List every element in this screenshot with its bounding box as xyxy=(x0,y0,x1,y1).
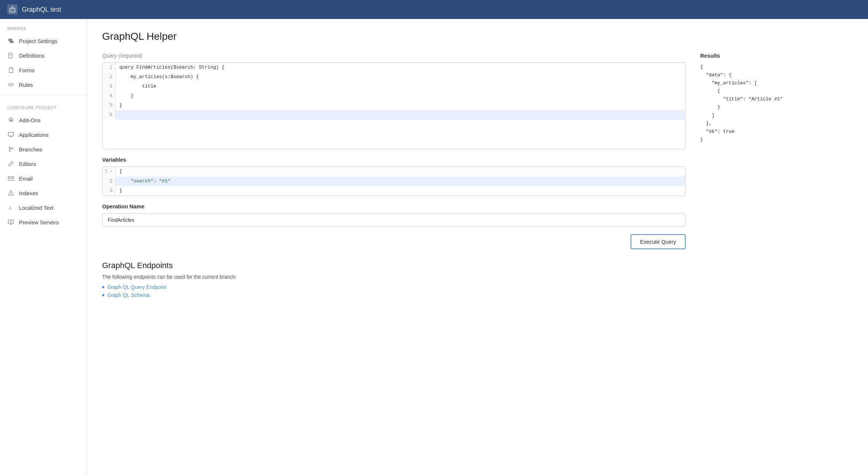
sidebar-item-email[interactable]: Email xyxy=(0,171,87,186)
settings-icon xyxy=(7,37,15,45)
svg-rect-19 xyxy=(8,220,13,224)
line-content-4: } xyxy=(116,91,137,101)
sidebar-item-editors[interactable]: Editors xyxy=(0,157,87,171)
bullet-icon-1 xyxy=(102,286,104,288)
var-content-1: { xyxy=(116,167,126,176)
svg-point-11 xyxy=(9,150,11,152)
operation-name-input[interactable] xyxy=(102,213,686,227)
endpoint-link-2[interactable]: Graph QL Schema xyxy=(107,292,150,298)
line-num-1: 1 xyxy=(102,63,116,72)
query-editor[interactable]: 1 query FindArticles($search: String) { … xyxy=(102,62,686,149)
sidebar-item-forms[interactable]: Forms xyxy=(0,63,87,77)
sidebar-item-indexes-label: Indexes xyxy=(19,190,38,196)
query-line-2: 2 my_articles(s:$search) { xyxy=(102,72,685,82)
svg-point-10 xyxy=(9,147,11,148)
line-content-3: title xyxy=(116,82,160,91)
bullet-icon-2 xyxy=(102,294,104,296)
sidebar-item-forms-label: Forms xyxy=(19,67,35,73)
endpoint-list: Graph QL Query Endpoint Graph QL Schema xyxy=(102,284,686,298)
sidebar-item-preview-servers[interactable]: Preview Servers xyxy=(0,215,87,229)
line-content-1: query FindArticles($search: String) { xyxy=(116,63,228,72)
puzzle-icon xyxy=(7,116,15,124)
query-line-1: 1 query FindArticles($search: String) { xyxy=(102,63,685,72)
query-line-5: 5 } xyxy=(102,101,685,110)
line-content-6 xyxy=(116,110,123,112)
var-num-1: 1 ▾ xyxy=(102,167,116,177)
var-line-2: 2 "search": "#1" xyxy=(102,177,685,186)
svg-rect-7 xyxy=(8,132,13,136)
email-icon xyxy=(7,175,15,182)
line-content-2: my_articles(s:$search) { xyxy=(116,72,202,82)
sidebar-item-definitions[interactable]: Definitions xyxy=(0,48,87,63)
edit-icon xyxy=(7,160,15,167)
execute-query-button[interactable]: Execute Query xyxy=(631,234,686,249)
branch-icon xyxy=(7,146,15,153)
line-num-6: 6 xyxy=(102,110,116,120)
sidebar-item-localized-text[interactable]: A Localized Text xyxy=(0,200,87,215)
var-num-3: 3 xyxy=(102,186,116,196)
sidebar-item-applications[interactable]: Applications xyxy=(0,127,87,142)
sidebar-item-applications-label: Applications xyxy=(19,132,49,138)
sidebar: MANAGE Project Settings Definitions xyxy=(0,19,88,475)
manage-section-label: MANAGE xyxy=(0,19,87,34)
endpoints-desc: The following endpoints can be used for … xyxy=(102,274,686,280)
results-content: { "data": { "my_articles": [ { "title": … xyxy=(700,63,853,144)
endpoint-link-1[interactable]: Graph QL Query Endpoint xyxy=(107,284,166,290)
var-content-2: "search": "#1" xyxy=(116,177,174,186)
text-icon: A xyxy=(7,204,15,211)
sidebar-item-rules[interactable]: Rules xyxy=(0,77,87,92)
page-title: GraphQL Helper xyxy=(102,31,853,42)
sidebar-item-branches-label: Branches xyxy=(19,146,42,152)
app-logo-icon xyxy=(7,4,18,15)
var-line-1: 1 ▾ { xyxy=(102,167,685,177)
sidebar-item-editors-label: Editors xyxy=(19,161,36,167)
sidebar-item-project-settings-label: Project Settings xyxy=(19,38,57,44)
line-content-5: } xyxy=(116,101,126,110)
book-icon xyxy=(7,52,15,59)
execute-btn-row: Execute Query xyxy=(102,234,686,249)
svg-line-6 xyxy=(11,83,11,86)
sidebar-item-localized-text-label: Localized Text xyxy=(19,205,54,211)
sidebar-item-add-ons-label: Add-Ons xyxy=(19,117,40,123)
sidebar-item-branches[interactable]: Branches xyxy=(0,142,87,157)
app-header: GraphQL test xyxy=(0,0,868,19)
preview-icon xyxy=(7,219,15,226)
variables-label: Variables xyxy=(102,157,686,163)
svg-rect-2 xyxy=(9,53,12,58)
query-line-6: 6 xyxy=(102,110,685,120)
var-line-3: 3 } xyxy=(102,186,685,196)
svg-point-22 xyxy=(10,221,12,223)
var-num-2: 2 xyxy=(102,177,116,186)
svg-text:A: A xyxy=(8,205,12,211)
app-title: GraphQL test xyxy=(22,6,61,13)
content-left: Query (required) 1 query FindArticles($s… xyxy=(102,53,686,300)
line-num-3: 3 xyxy=(102,82,116,91)
content-columns: Query (required) 1 query FindArticles($s… xyxy=(102,53,853,300)
content-right: Results { "data": { "my_articles": [ { "… xyxy=(700,53,853,300)
app-layout: MANAGE Project Settings Definitions xyxy=(0,19,868,475)
query-line-3: 3 title xyxy=(102,82,685,91)
monitor-icon xyxy=(7,131,15,138)
variables-editor[interactable]: 1 ▾ { 2 "search": "#1" 3 } xyxy=(102,166,686,196)
sidebar-item-rules-label: Rules xyxy=(19,82,33,88)
svg-point-17 xyxy=(11,194,11,195)
endpoint-item-2: Graph QL Schema xyxy=(102,292,686,298)
endpoints-title: GraphQL Endpoints xyxy=(102,261,686,270)
query-label: Query (required) xyxy=(102,53,686,59)
sidebar-item-add-ons[interactable]: Add-Ons xyxy=(0,113,87,127)
index-icon xyxy=(7,189,15,197)
query-line-4: 4 } xyxy=(102,91,685,101)
line-num-2: 2 xyxy=(102,72,116,82)
file-icon xyxy=(7,66,15,74)
results-title: Results xyxy=(700,53,853,59)
query-editor-empty-space xyxy=(102,120,685,149)
sidebar-divider xyxy=(0,95,87,95)
code-icon xyxy=(7,81,15,88)
operation-name-label: Operation Name xyxy=(102,203,686,209)
sidebar-item-project-settings[interactable]: Project Settings xyxy=(0,34,87,48)
sidebar-item-indexes[interactable]: Indexes xyxy=(0,186,87,200)
var-content-3: } xyxy=(116,186,126,196)
main-content: GraphQL Helper Query (required) 1 query … xyxy=(88,19,868,475)
sidebar-item-preview-servers-label: Preview Servers xyxy=(19,219,59,225)
sidebar-item-definitions-label: Definitions xyxy=(19,53,44,59)
